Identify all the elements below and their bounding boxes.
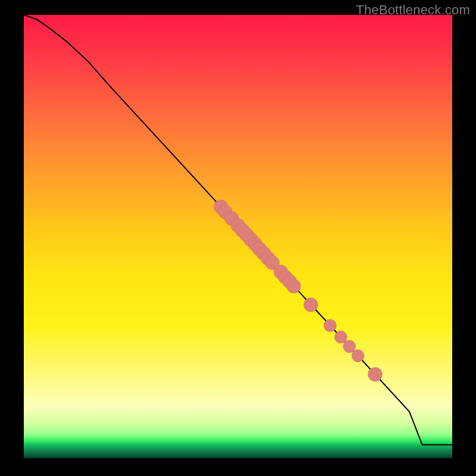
plot-area	[24, 15, 452, 458]
chart-svg	[24, 15, 452, 458]
data-marker	[304, 298, 318, 312]
data-marker	[287, 279, 301, 293]
data-marker	[343, 340, 356, 353]
data-marker	[352, 349, 364, 362]
data-markers	[214, 200, 382, 381]
data-marker	[334, 331, 347, 343]
data-marker	[368, 367, 383, 381]
data-marker	[324, 320, 336, 332]
watermark-text: TheBottleneck.com	[356, 2, 470, 18]
chart-frame: TheBottleneck.com	[0, 0, 476, 476]
